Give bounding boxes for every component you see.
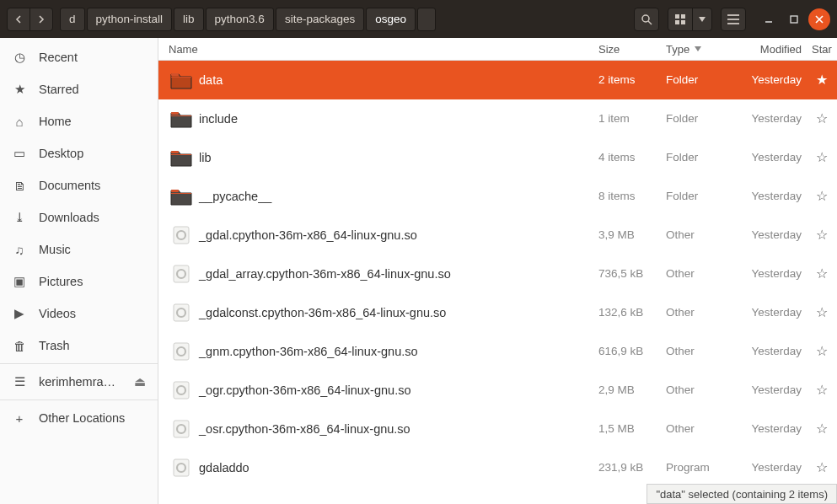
file-row[interactable]: __pycache__8 itemsFolderYesterday☆ (158, 177, 837, 216)
sidebar-icon: ★ (12, 82, 27, 97)
breadcrumb-segment[interactable]: d (60, 8, 85, 31)
file-row[interactable]: lib4 itemsFolderYesterday☆ (158, 138, 837, 177)
minimize-button[interactable] (758, 8, 780, 30)
sidebar-icon: ▭ (12, 146, 27, 161)
titlebar: dpython-installlibpython3.6site-packages… (0, 0, 837, 38)
star-toggle[interactable]: ☆ (807, 227, 837, 243)
file-row[interactable]: _gdal.cpython-36m-x86_64-linux-gnu.so3,9… (158, 216, 837, 255)
content-pane: Name Size Type Modified Star data2 items… (158, 38, 837, 504)
file-row[interactable]: _gnm.cpython-36m-x86_64-linux-gnu.so616,… (158, 332, 837, 371)
column-star[interactable]: Star (807, 43, 837, 56)
file-type: Program (666, 461, 738, 474)
sort-desc-icon (695, 46, 701, 51)
file-modified: Yesterday (738, 228, 807, 241)
star-toggle[interactable]: ☆ (807, 265, 837, 281)
file-size: 4 items (598, 151, 666, 164)
sidebar-icon: 🗑 (12, 339, 27, 353)
breadcrumb-dropdown[interactable] (417, 8, 436, 31)
close-button[interactable] (808, 8, 830, 30)
file-type: Folder (666, 151, 738, 164)
library-icon (169, 416, 194, 442)
svg-rect-29 (174, 459, 189, 476)
breadcrumb-segment[interactable]: python-install (87, 8, 173, 31)
sidebar-item-starred[interactable]: ★Starred (0, 73, 158, 105)
sidebar-icon: ⤓ (12, 210, 27, 225)
eject-icon[interactable]: ⏏ (134, 375, 146, 389)
sidebar-item-documents[interactable]: 🗎Documents (0, 169, 158, 201)
file-modified: Yesterday (738, 190, 807, 202)
sidebar-item-label: Home (39, 115, 72, 128)
sidebar-item-music[interactable]: ♫Music (0, 233, 158, 265)
column-modified[interactable]: Modified (738, 43, 807, 56)
sidebar-drive[interactable]: ☰ kerimhemra… ⏏ (0, 366, 158, 398)
star-toggle[interactable]: ☆ (807, 110, 837, 126)
file-size: 132,6 kB (598, 306, 666, 319)
star-toggle[interactable]: ☆ (807, 304, 837, 320)
sidebar-item-desktop[interactable]: ▭Desktop (0, 137, 158, 169)
sidebar-item-pictures[interactable]: ▣Pictures (0, 265, 158, 298)
folder-icon (169, 184, 194, 209)
sidebar-item-recent[interactable]: ◷Recent (0, 41, 158, 73)
sidebar-item-downloads[interactable]: ⤓Downloads (0, 201, 158, 233)
file-modified: Yesterday (738, 267, 807, 280)
file-row[interactable]: _osr.cpython-36m-x86_64-linux-gnu.so1,5 … (158, 410, 837, 448)
svg-rect-2 (675, 14, 679, 19)
star-toggle[interactable]: ☆ (807, 149, 837, 165)
sidebar: ◷Recent★Starred⌂Home▭Desktop🗎Documents⤓D… (0, 38, 158, 504)
file-modified: Yesterday (738, 306, 807, 319)
file-row[interactable]: data2 itemsFolderYesterday★ (158, 61, 837, 99)
sidebar-item-label: Pictures (39, 275, 83, 288)
file-row[interactable]: _ogr.cpython-36m-x86_64-linux-gnu.so2,9 … (158, 371, 837, 410)
file-size: 2 items (598, 73, 666, 86)
sidebar-icon: ⌂ (12, 115, 27, 129)
breadcrumb-segment[interactable]: python3.6 (206, 8, 274, 31)
library-icon (169, 455, 194, 480)
file-modified: Yesterday (738, 151, 807, 164)
file-type: Other (666, 306, 738, 319)
file-type: Other (666, 345, 738, 357)
file-name: __pycache__ (194, 190, 598, 203)
star-toggle[interactable]: ☆ (807, 188, 837, 204)
sidebar-item-home[interactable]: ⌂Home (0, 105, 158, 137)
view-grid-button[interactable] (668, 8, 693, 31)
search-button[interactable] (634, 8, 659, 31)
file-size: 1,5 MB (598, 422, 666, 435)
file-type: Folder (666, 112, 738, 125)
star-toggle[interactable]: ★ (807, 72, 837, 88)
library-icon (169, 300, 194, 325)
breadcrumb-segment[interactable]: lib (174, 8, 204, 31)
star-toggle[interactable]: ☆ (807, 382, 837, 398)
sidebar-item-trash[interactable]: 🗑Trash (0, 330, 158, 362)
star-toggle[interactable]: ☆ (807, 421, 837, 437)
column-type[interactable]: Type (666, 43, 738, 56)
file-name: _ogr.cpython-36m-x86_64-linux-gnu.so (194, 383, 598, 397)
forward-button[interactable] (30, 8, 53, 31)
file-modified: Yesterday (738, 112, 807, 125)
sidebar-item-videos[interactable]: ▶Videos (0, 298, 158, 330)
folder-icon (169, 145, 194, 170)
breadcrumb-segment[interactable]: osgeo (366, 8, 416, 31)
file-row[interactable]: _gdal_array.cpython-36m-x86_64-linux-gnu… (158, 255, 837, 293)
column-size[interactable]: Size (598, 43, 666, 56)
back-button[interactable] (7, 8, 30, 31)
file-row[interactable]: gdaladdo231,9 kBProgramYesterday☆ (158, 448, 837, 487)
file-size: 736,5 kB (598, 267, 666, 280)
maximize-button[interactable] (783, 8, 805, 30)
sidebar-item-label: Downloads (39, 211, 99, 224)
file-row[interactable]: include1 itemFolderYesterday☆ (158, 99, 837, 138)
svg-point-0 (642, 15, 649, 22)
view-dropdown-button[interactable] (692, 8, 712, 31)
sidebar-icon: ♫ (12, 243, 27, 257)
breadcrumb-segment[interactable]: site-packages (276, 8, 364, 31)
star-toggle[interactable]: ☆ (807, 343, 837, 359)
star-toggle[interactable]: ☆ (807, 459, 837, 475)
file-size: 3,9 MB (598, 228, 666, 241)
sidebar-item-label: Documents (39, 179, 100, 192)
column-name[interactable]: Name (169, 43, 598, 56)
menu-button[interactable] (721, 8, 746, 31)
file-row[interactable]: _gdalconst.cpython-36m-x86_64-linux-gnu.… (158, 293, 837, 332)
library-icon (169, 378, 194, 403)
sidebar-item-label: Music (39, 243, 71, 256)
svg-rect-19 (174, 265, 189, 282)
sidebar-other-locations[interactable]: + Other Locations (0, 402, 158, 434)
